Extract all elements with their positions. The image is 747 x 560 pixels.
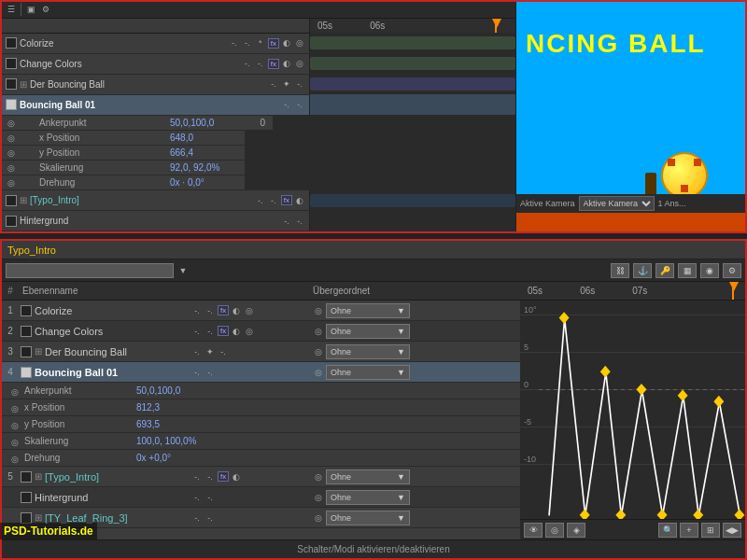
- toolbar-link-icon[interactable]: ⛓: [611, 263, 629, 278]
- bl-checkbox-leaf-ring[interactable]: [21, 512, 32, 524]
- checkbox-bouncing-ball-precomp[interactable]: [6, 78, 17, 90]
- bl-parent-icon-3[interactable]: ◎: [313, 347, 324, 357]
- graph-ctrl-zoom-in[interactable]: +: [680, 523, 698, 538]
- collapse-icon[interactable]: *: [255, 38, 266, 48]
- toolbar-circle-icon[interactable]: ◉: [700, 263, 719, 278]
- track-icon[interactable]: ◎: [294, 38, 305, 48]
- prop-value-drehung[interactable]: 0x · 0,0°: [170, 177, 245, 188]
- bl-solo-h[interactable]: -.: [191, 493, 203, 502]
- bl-layer-der-bouncing-ball[interactable]: 3 ⊞ Der Bouncing Ball -. ✦ -. ◎ Ohne ▼: [2, 342, 520, 362]
- prop-expand-icon-y[interactable]: ◎: [2, 147, 21, 158]
- toolbar-key-icon[interactable]: 🔑: [655, 263, 674, 278]
- menu-icon[interactable]: ☰: [6, 5, 17, 14]
- layer-row-colorize[interactable]: Colorize -. -. * fx ◐ ◎: [2, 34, 515, 54]
- graph-ctrl-fit[interactable]: ⊞: [701, 523, 720, 538]
- solo-icon[interactable]: -.: [229, 38, 240, 48]
- preview-cam-select[interactable]: Aktive Kamera: [579, 196, 655, 211]
- lock-icon-4[interactable]: -.: [294, 100, 305, 109]
- bl-lock-5[interactable]: -.: [204, 472, 216, 482]
- layer-row-change-colors[interactable]: Change Colors -. -. fx ◐ ◎: [2, 54, 515, 75]
- bl-prop-value-drehung[interactable]: 0x +0,0°: [136, 453, 248, 463]
- graph-ctrl-eye[interactable]: 👁: [524, 523, 543, 538]
- layer-row-typo-intro[interactable]: ⊞ [Typo_Intro] -. -. fx ◐: [2, 190, 515, 211]
- lock-icon-3[interactable]: -.: [294, 79, 305, 89]
- prop-expand-icon[interactable]: ◎: [2, 117, 21, 128]
- bl-layer-bouncing-ball-01[interactable]: 4 Bouncing Ball 01 -. -. ◎ Ohne ▼: [2, 362, 520, 383]
- bl-prop-expand-drehung[interactable]: ◎: [6, 453, 24, 464]
- bl-checkbox-bouncing-ball-01[interactable]: [21, 367, 32, 378]
- toolbar-anchor-icon[interactable]: ⚓: [633, 263, 652, 278]
- bl-parent-icon-leaf[interactable]: ◎: [313, 513, 324, 523]
- bl-lock-h[interactable]: -.: [204, 493, 216, 502]
- solo-icon-5[interactable]: -.: [255, 196, 266, 205]
- bl-checkbox-change-colors[interactable]: [21, 326, 32, 337]
- mode-icon-5[interactable]: ◐: [294, 196, 305, 205]
- search-input[interactable]: [6, 263, 174, 278]
- bl-layer-hintergrund[interactable]: Hintergrund -. -. ◎ Ohne ▼: [2, 487, 520, 508]
- fx-badge-5[interactable]: fx: [281, 195, 292, 205]
- lock-icon-5[interactable]: -.: [268, 196, 279, 205]
- bl-parent-dropdown-1[interactable]: Ohne ▼: [326, 303, 410, 318]
- bl-lock-2[interactable]: -.: [204, 327, 216, 336]
- bl-parent-dropdown-5[interactable]: Ohne ▼: [326, 469, 410, 484]
- bl-track-2[interactable]: ◎: [244, 327, 255, 336]
- bl-mode-1[interactable]: ◐: [231, 306, 242, 315]
- checkbox-bouncing-ball-01[interactable]: [6, 99, 17, 110]
- comp-icon[interactable]: ▣: [25, 5, 36, 14]
- bl-fx-2[interactable]: fx: [218, 326, 229, 336]
- lock-icon-6[interactable]: -.: [294, 217, 305, 226]
- checkbox-hintergrund[interactable]: [6, 216, 17, 227]
- bl-checkbox-hintergrund[interactable]: [21, 492, 32, 503]
- bl-solo-4[interactable]: -.: [191, 368, 203, 377]
- bl-parent-icon-4[interactable]: ◎: [313, 368, 324, 377]
- bl-prop-expand-xposition[interactable]: ◎: [6, 402, 24, 413]
- star-icon[interactable]: ✦: [281, 79, 292, 89]
- bl-checkbox-colorize[interactable]: [21, 305, 32, 316]
- solo-icon-4[interactable]: -.: [281, 100, 292, 109]
- graph-ctrl-zoom-out[interactable]: 🔍: [658, 523, 677, 538]
- bl-solo-leaf[interactable]: -.: [191, 513, 203, 523]
- bl-track-1[interactable]: ◎: [244, 306, 255, 315]
- bl-solo-5[interactable]: -.: [191, 472, 203, 482]
- bl-fx-5[interactable]: fx: [218, 471, 229, 482]
- search-dropdown-icon[interactable]: ▼: [177, 266, 189, 275]
- bl-parent-dropdown-leaf[interactable]: Ohne ▼: [326, 511, 410, 525]
- layer-row-hintergrund[interactable]: Hintergrund -. -.: [2, 211, 515, 231]
- graph-ctrl-nav[interactable]: ◀▶: [723, 523, 741, 538]
- bl-parent-dropdown-2[interactable]: Ohne ▼: [326, 324, 410, 339]
- bl-mode-5[interactable]: ◐: [231, 472, 242, 482]
- bl-layer-typo-intro[interactable]: 5 ⊞ [Typo_Intro] -. -. fx ◐ ◎ Ohne ▼: [2, 467, 520, 487]
- layer-row-bouncing-ball-precomp[interactable]: ⊞ Der Bouncing Ball -. ✦ -.: [2, 75, 515, 95]
- prop-value-ankerpunkt[interactable]: 50,0,100,0: [170, 118, 245, 128]
- bl-parent-dropdown-3[interactable]: Ohne ▼: [326, 344, 410, 359]
- prop-expand-icon-x[interactable]: ◎: [2, 132, 21, 143]
- settings-icon[interactable]: ⚙: [40, 5, 51, 14]
- bl-checkbox-typo-intro[interactable]: [21, 471, 32, 483]
- track-icon-2[interactable]: ◎: [294, 59, 305, 68]
- checkbox-colorize[interactable]: [6, 37, 17, 49]
- prop-expand-icon-dr[interactable]: ◎: [2, 176, 21, 188]
- prop-value-skalierung[interactable]: 92,0, 92,0%: [170, 162, 245, 173]
- bl-star-3[interactable]: ✦: [204, 347, 216, 357]
- toolbar-config-icon[interactable]: ⚙: [723, 263, 741, 278]
- graph-ctrl-key[interactable]: ◈: [567, 523, 585, 538]
- prop-value-xposition[interactable]: 648,0: [170, 133, 245, 143]
- checkbox-typo-intro[interactable]: [6, 195, 17, 206]
- bl-parent-icon-5[interactable]: ◎: [313, 472, 324, 482]
- bl-parent-icon-h[interactable]: ◎: [313, 493, 324, 502]
- checkbox-change-colors[interactable]: [6, 58, 17, 69]
- bl-lock-3[interactable]: -.: [218, 347, 229, 357]
- toolbar-grid-icon[interactable]: ▦: [678, 263, 697, 278]
- bl-prop-value-skalierung[interactable]: 100,0, 100,0%: [136, 436, 248, 446]
- bl-solo-3[interactable]: -.: [191, 347, 203, 357]
- lock-icon[interactable]: -.: [242, 38, 253, 48]
- bl-lock-leaf[interactable]: -.: [204, 513, 216, 523]
- bl-parent-dropdown-4[interactable]: Ohne ▼: [326, 365, 410, 380]
- bl-lock-4[interactable]: -.: [204, 368, 216, 377]
- solo-icon-3[interactable]: -.: [268, 79, 279, 89]
- fx-badge-2[interactable]: fx: [268, 59, 279, 69]
- fx-badge[interactable]: fx: [268, 38, 279, 49]
- bl-parent-icon-2[interactable]: ◎: [313, 327, 324, 336]
- prop-value-yposition[interactable]: 666,4: [170, 147, 245, 158]
- bl-lock-1[interactable]: -.: [204, 306, 216, 315]
